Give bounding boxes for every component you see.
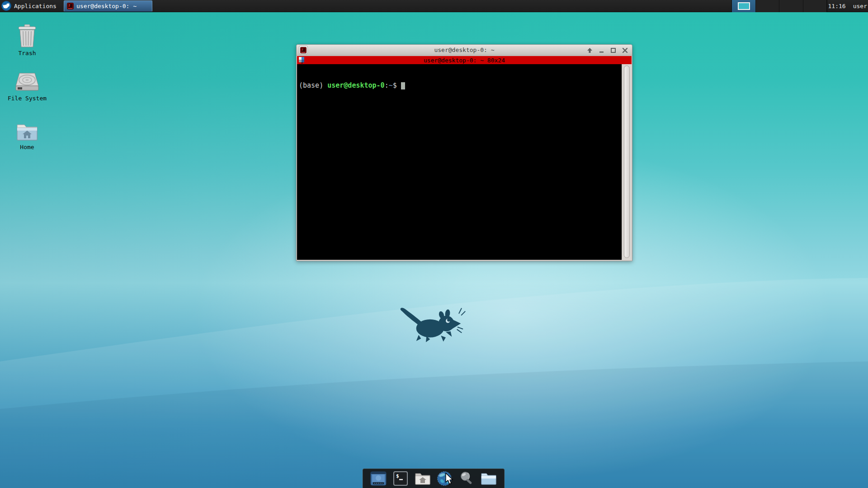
dock-item-terminal[interactable]: $: [392, 470, 409, 487]
window-title: user@desktop-0: ~: [297, 47, 632, 53]
shell-prompt: (base) user@desktop-0:~$: [297, 80, 623, 89]
workspace-window-miniature: [738, 2, 750, 10]
workspace-4[interactable]: [803, 0, 827, 12]
close-icon: [622, 47, 628, 53]
prompt-path: ~: [389, 81, 393, 89]
dock-item-show-desktop[interactable]: [370, 470, 387, 487]
terminal-scrollbar[interactable]: [622, 64, 632, 260]
trash-icon: [17, 24, 38, 48]
applications-menu-label: Applications: [14, 3, 57, 9]
bottom-dock: $: [363, 469, 505, 488]
maximize-button[interactable]: [609, 47, 617, 54]
top-panel: Applications user@desktop-0: ~ 11:16 use…: [0, 0, 868, 12]
file-manager-folder-icon: [481, 472, 497, 485]
workspace-3[interactable]: [779, 0, 803, 12]
desktop-icon-label: Trash: [2, 50, 52, 56]
xterm-scrollbar-titlebar[interactable]: user@desktop-0: ~ 80x24: [297, 56, 632, 64]
terminal-content[interactable]: (base) user@desktop-0:~$: [297, 64, 623, 260]
shade-button[interactable]: [586, 47, 593, 54]
close-button[interactable]: [621, 47, 628, 54]
conda-env-label: (base): [299, 81, 327, 89]
username-label: user: [853, 3, 867, 9]
minimize-icon: [599, 47, 604, 53]
show-desktop-icon: [370, 471, 387, 486]
minimize-button[interactable]: [598, 47, 605, 54]
desktop-icon-label: File System: [2, 95, 52, 102]
scrollbar-thumb[interactable]: [624, 66, 630, 258]
dock-item-file-search[interactable]: [458, 470, 475, 487]
prompt-user-host: user@desktop-0: [327, 81, 384, 89]
desktop-icon-file-system[interactable]: File System: [2, 72, 52, 102]
terminal-icon: $: [393, 471, 408, 486]
taskbar-window-label: user@desktop-0: ~: [76, 3, 137, 9]
svg-text:$: $: [396, 473, 399, 479]
xfce-mouse-logo: [399, 302, 471, 343]
xfce-logo-icon: [1, 1, 11, 11]
xterm-tab-title: user@desktop-0: ~ 80x24: [297, 57, 632, 64]
home-folder-icon: [415, 472, 431, 485]
workspace-2[interactable]: [756, 0, 780, 12]
mouse-cursor: [445, 473, 455, 485]
prompt-symbol: $: [393, 81, 397, 89]
clock: 11:16: [828, 3, 846, 9]
workspace-switcher: [731, 0, 827, 12]
maximize-icon: [610, 47, 616, 53]
terminal-cursor: [401, 82, 405, 89]
window-controls: [586, 45, 628, 56]
dock-item-file-manager[interactable]: [480, 470, 497, 487]
window-titlebar[interactable]: user@desktop-0: ~: [297, 45, 632, 56]
taskbar-window-button[interactable]: user@desktop-0: ~: [64, 0, 152, 12]
desktop-icon-trash[interactable]: Trash: [2, 24, 52, 56]
workspace-1[interactable]: [732, 0, 756, 12]
shade-arrow-icon: [587, 47, 593, 53]
applications-menu-button[interactable]: Applications: [0, 0, 60, 12]
terminal-window: user@desktop-0: ~: [296, 44, 632, 261]
prompt-separator: :: [385, 81, 389, 89]
panel-status-area: 11:16 user: [828, 0, 867, 12]
xterm-icon: [67, 3, 74, 9]
hard-disk-icon: [15, 72, 39, 93]
home-folder-icon: [15, 122, 39, 142]
desktop-icon-home[interactable]: Home: [2, 122, 52, 150]
search-icon: [459, 471, 474, 486]
desktop-icon-label: Home: [2, 144, 52, 150]
dock-item-home-folder[interactable]: [414, 470, 431, 487]
